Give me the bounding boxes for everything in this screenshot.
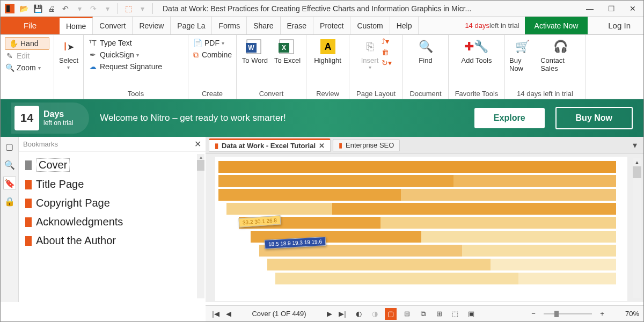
tab-convert[interactable]: Convert <box>93 17 133 34</box>
ribbon-group-trial: 🛒 Buy Now 🎧 Contact Sales 14 days left i… <box>505 35 586 99</box>
security-panel-icon[interactable]: 🔒 <box>3 195 16 208</box>
explore-button[interactable]: Explore <box>474 108 545 128</box>
zoom-tool[interactable]: 🔍Zoom▾ <box>5 62 49 74</box>
save-icon[interactable]: 💾 <box>32 3 43 14</box>
select-button[interactable]: I➤ Select▾ <box>59 37 78 70</box>
window-title: Data at Work: Best Practices for Creatin… <box>158 4 579 13</box>
request-signature-button[interactable]: ☁Request Signature <box>88 61 184 72</box>
quicksign-button[interactable]: ✒QuickSign▾ <box>88 49 184 61</box>
undo-dropdown-icon[interactable]: ▾ <box>74 3 85 14</box>
edit-tool[interactable]: ✎Edit <box>5 50 49 62</box>
to-excel-button[interactable]: X To Excel <box>274 37 301 64</box>
tab-help[interactable]: Help <box>390 17 419 34</box>
tab-home[interactable]: Home <box>60 17 93 34</box>
facing-icon[interactable]: ⧉ <box>417 308 429 320</box>
close-tab-icon[interactable]: ✕ <box>319 142 325 150</box>
activate-button[interactable]: Activate Now <box>525 17 588 34</box>
tab-page-layout[interactable]: Page La <box>171 17 212 34</box>
to-word-button[interactable]: W To Word <box>242 37 268 64</box>
redo-dropdown-icon[interactable]: ▾ <box>101 3 113 14</box>
ribbon-label-review: Review <box>316 89 339 98</box>
bookmarks-scrollbar[interactable]: ▴ <box>197 154 204 298</box>
single-page-icon[interactable]: ▢ <box>385 308 397 320</box>
bookmarks-panel: Bookmarks ✕ Cover Title Page Copyright P… <box>19 137 206 302</box>
document-tab[interactable]: ▮Data at Work - Excel Tutorial✕ <box>209 138 331 152</box>
tab-forms[interactable]: Forms <box>212 17 247 34</box>
insert-button[interactable]: ⎘ Insert▾ <box>360 37 379 70</box>
bookmark-item[interactable]: Copyright Page <box>21 194 203 213</box>
tab-erase[interactable]: Erase <box>281 17 314 34</box>
tab-custom[interactable]: Custom <box>350 17 390 34</box>
print-icon[interactable]: 🖨 <box>46 3 57 14</box>
document-view[interactable]: 33.2 30.1 26.8 18.5 18.9 19.3 19 19.6 ▲ <box>206 153 643 302</box>
document-area: ▮Data at Work - Excel Tutorial✕ ▮Enterpr… <box>206 137 643 302</box>
pages-panel-icon[interactable]: ▢ <box>3 140 16 153</box>
ribbon-group-create: 📄PDF▾ ⧉Combine Create <box>188 35 237 99</box>
document-tab[interactable]: ▮Enterprise SEO <box>333 139 400 151</box>
type-text-button[interactable]: ᵀTType Text <box>88 37 184 49</box>
word-icon: W <box>245 37 265 56</box>
undo-icon[interactable]: ↶ <box>60 3 71 14</box>
combine-icon: ⧉ <box>193 50 200 60</box>
tab-share[interactable]: Share <box>247 17 280 34</box>
tab-file[interactable]: File <box>1 17 60 34</box>
login-button[interactable]: Log In <box>595 17 643 34</box>
tabs-menu-icon[interactable]: ▾ <box>630 140 640 150</box>
tab-review[interactable]: Review <box>133 17 171 34</box>
bookmark-item[interactable]: Title Page <box>21 175 203 194</box>
extract-icon[interactable]: ⤴▾ <box>382 37 392 46</box>
facing-continuous-icon[interactable]: ⊞ <box>433 308 445 320</box>
ribbon-label-favorites: Favorite Tools <box>455 89 499 98</box>
tab-protect[interactable]: Protect <box>313 17 350 34</box>
combine-button[interactable]: ⧉Combine <box>193 49 232 61</box>
bookmark-item[interactable]: About the Author <box>21 231 203 250</box>
pdf-button[interactable]: 📄PDF▾ <box>193 37 232 49</box>
open-icon[interactable]: 📂 <box>18 3 30 14</box>
zoom-in-icon[interactable]: + <box>596 308 608 320</box>
bookmarks-panel-icon[interactable]: 🔖 <box>3 177 16 189</box>
next-page-icon[interactable]: ▶ <box>324 308 335 320</box>
contact-sales-button[interactable]: 🎧 Contact Sales <box>540 37 581 72</box>
highlight-button[interactable]: A Highlight <box>314 37 341 64</box>
vertical-scrollbar[interactable]: ▲ <box>633 158 641 298</box>
buy-now-banner-button[interactable]: Buy Now <box>555 107 633 129</box>
pointer-icon[interactable]: ⬚ <box>122 3 134 14</box>
zoom-slider[interactable] <box>544 313 592 314</box>
maximize-button[interactable]: ☐ <box>601 1 622 17</box>
first-page-icon[interactable]: |◀ <box>210 308 222 320</box>
zoom-out-icon[interactable]: − <box>528 308 539 320</box>
minimize-button[interactable]: — <box>579 1 601 17</box>
select-icon: I➤ <box>59 37 78 56</box>
pointer-dropdown-icon[interactable]: ▾ <box>136 3 148 14</box>
prev-page-icon[interactable]: ◀ <box>223 308 235 320</box>
edit-icon: ✎ <box>5 51 14 61</box>
last-page-icon[interactable]: ▶| <box>336 308 348 320</box>
continuous-icon[interactable]: ⊟ <box>401 308 413 320</box>
buy-now-button[interactable]: 🛒 Buy Now <box>509 37 535 72</box>
bookmark-item[interactable]: Cover <box>21 155 203 175</box>
close-button[interactable]: ✕ <box>622 1 643 17</box>
fit-page-icon[interactable]: ▣ <box>465 308 477 320</box>
ribbon-label-create: Create <box>193 89 232 98</box>
search-panel-icon[interactable]: 🔍 <box>3 158 16 171</box>
quicksign-icon: ✒ <box>88 50 98 60</box>
ribbon-group-view: ✋Hand ✎Edit 🔍Zoom▾ <box>1 35 54 99</box>
ribbon-group-tools: ᵀTType Text ✒QuickSign▾ ☁Request Signatu… <box>84 35 188 99</box>
prev-view-icon[interactable]: ◐ <box>353 308 364 320</box>
next-view-icon[interactable]: ◑ <box>369 308 380 320</box>
sidebar-strip: ▢ 🔍 🔖 🔒 <box>1 137 19 302</box>
excel-icon: X <box>278 37 297 56</box>
workspace: ▢ 🔍 🔖 🔒 Bookmarks ✕ Cover Title Page Cop… <box>1 137 643 302</box>
rotate-icon[interactable]: ↻▾ <box>382 58 392 67</box>
fit-width-icon[interactable]: ⬚ <box>449 308 461 320</box>
delete-page-icon[interactable]: 🗑 <box>382 48 392 56</box>
document-tabs: ▮Data at Work - Excel Tutorial✕ ▮Enterpr… <box>206 137 643 153</box>
add-tools-button[interactable]: ✚🔧 Add Tools <box>462 37 492 64</box>
hand-tool[interactable]: ✋Hand <box>5 37 49 50</box>
bookmark-item[interactable]: Acknowledgments <box>21 213 203 231</box>
redo-icon[interactable]: ↷ <box>87 3 99 14</box>
bookmark-icon <box>25 199 32 208</box>
find-button[interactable]: 🔍 Find <box>416 37 435 64</box>
close-panel-icon[interactable]: ✕ <box>194 139 201 149</box>
trial-badge: 14 Daysleft on trial <box>11 103 89 134</box>
